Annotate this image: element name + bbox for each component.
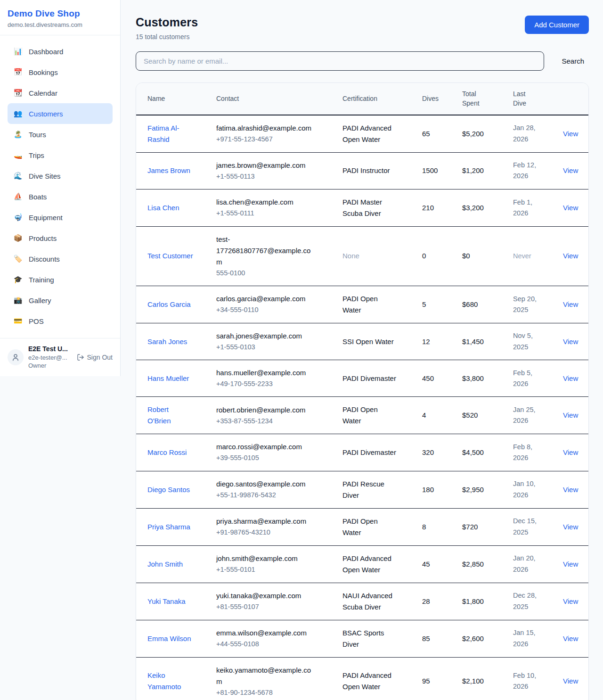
table-row: Priya Sharma priya.sharma@example.com +9…	[136, 508, 589, 545]
view-link[interactable]: View	[563, 252, 578, 260]
sidebar-nav: 📊 Dashboard 📅 Bookings 📆 Calendar 👥 Cust…	[0, 35, 120, 338]
customer-contact: james.brown@example.com +1-555-0113	[211, 152, 337, 189]
customer-email: yuki.tanaka@example.com	[216, 590, 313, 601]
certification-label: PADI Advanced Open Water	[342, 123, 398, 145]
table-body: Fatima Al-Rashid fatima.alrashid@example…	[136, 115, 589, 700]
total-spent: $1,450	[456, 323, 507, 360]
customer-contact: priya.sharma@example.com +91-98765-43210	[211, 508, 337, 545]
certification-label: PADI Advanced Open Water	[342, 670, 398, 692]
view-link[interactable]: View	[563, 300, 578, 308]
view-link[interactable]: View	[563, 597, 578, 605]
sign-out-button[interactable]: Sign Out	[77, 354, 113, 361]
customer-name-link[interactable]: Lisa Chen	[147, 202, 179, 214]
customer-name-link[interactable]: Diego Santos	[147, 484, 190, 495]
customer-name-link[interactable]: Test Customer	[147, 250, 193, 262]
certification-label: BSAC Sports Diver	[342, 627, 398, 650]
customer-name-link[interactable]: Priya Sharma	[147, 521, 190, 533]
sidebar-item-trips[interactable]: 🚤 Trips	[8, 145, 113, 165]
customer-email: fatima.alrashid@example.com	[216, 123, 313, 134]
customer-phone: +44-555-0108	[216, 639, 331, 650]
view-link[interactable]: View	[563, 634, 578, 642]
customers-table: NameContactCertificationDivesTotal Spent…	[136, 83, 589, 700]
sidebar-item-training[interactable]: 🎓 Training	[8, 269, 113, 290]
customer-name-link[interactable]: Marco Rossi	[147, 447, 187, 458]
search-button[interactable]: Search	[557, 53, 589, 69]
customer-name-link[interactable]: James Brown	[147, 165, 190, 176]
total-spent: $3,200	[456, 189, 507, 226]
table-row: Emma Wilson emma.wilson@example.com +44-…	[136, 620, 589, 657]
customer-contact: lisa.chen@example.com +1-555-0111	[211, 189, 337, 226]
sidebar-item-customers[interactable]: 👥 Customers	[8, 103, 113, 124]
sidebar-item-products[interactable]: 📦 Products	[8, 228, 113, 248]
sidebar-item-label: Tours	[29, 131, 46, 139]
view-link[interactable]: View	[563, 166, 578, 174]
shop-name: Demo Dive Shop	[8, 8, 113, 19]
sidebar-item-calendar[interactable]: 📆 Calendar	[8, 82, 113, 103]
sidebar-item-dive-sites[interactable]: 🌊 Dive Sites	[8, 165, 113, 186]
sidebar-item-pos[interactable]: 💳 POS	[8, 311, 113, 331]
total-spent: $2,950	[456, 471, 507, 508]
tear-off-calendar-icon: 📆	[13, 89, 23, 97]
customer-name-link[interactable]: John Smith	[147, 559, 183, 570]
sign-out-icon	[77, 354, 84, 361]
view-link[interactable]: View	[563, 448, 578, 456]
last-dive-date: Jan 28, 2026	[513, 123, 542, 144]
customer-phone: 555-0100	[216, 268, 331, 279]
search-input[interactable]	[136, 51, 544, 71]
customer-email: emma.wilson@example.com	[216, 627, 313, 639]
last-dive-date: Jan 10, 2026	[513, 478, 542, 500]
view-link[interactable]: View	[563, 374, 578, 382]
certification-label: NAUI Advanced Scuba Diver	[342, 590, 398, 613]
customer-name-link[interactable]: Yuki Tanaka	[147, 596, 186, 607]
table-row: James Brown james.brown@example.com +1-5…	[136, 152, 589, 189]
table-row: Keiko Yamamoto keiko.yamamoto@example.co…	[136, 657, 589, 700]
certification-label: PADI Instructor	[342, 165, 390, 176]
sidebar-item-label: Dive Sites	[29, 172, 61, 180]
page-title: Customers	[136, 16, 198, 29]
sidebar-item-discounts[interactable]: 🏷️ Discounts	[8, 248, 113, 269]
column-header: Name	[136, 83, 211, 115]
sign-out-label: Sign Out	[87, 354, 113, 361]
customer-name-link[interactable]: Robert O'Brien	[147, 404, 193, 427]
sidebar-item-equipment[interactable]: 🤿 Equipment	[8, 207, 113, 228]
customer-name-link[interactable]: Carlos Garcia	[147, 299, 191, 310]
page-heading-group: Customers 15 total customers	[136, 16, 198, 41]
sidebar-item-label: Bookings	[29, 68, 58, 76]
view-link[interactable]: View	[563, 486, 578, 494]
calendar-date-icon: 📅	[13, 68, 23, 76]
sidebar-item-label: Training	[29, 276, 54, 284]
customer-contact: test-1772681807767@example.com 555-0100	[211, 226, 337, 286]
view-link[interactable]: View	[563, 523, 578, 531]
view-link[interactable]: View	[563, 560, 578, 568]
sidebar-item-dashboard[interactable]: 📊 Dashboard	[8, 41, 113, 62]
sidebar-item-bookings[interactable]: 📅 Bookings	[8, 62, 113, 82]
add-customer-button[interactable]: Add Customer	[525, 16, 589, 34]
sidebar-footer: E2E Test U... e2e-tester@... Owner Sign …	[0, 338, 120, 376]
view-link[interactable]: View	[563, 677, 578, 685]
sidebar-item-boats[interactable]: ⛵ Boats	[8, 186, 113, 207]
view-link[interactable]: View	[563, 204, 578, 212]
customer-name-link[interactable]: Emma Wilson	[147, 633, 191, 644]
customer-name-link[interactable]: Keiko Yamamoto	[147, 670, 193, 692]
customer-name-link[interactable]: Fatima Al-Rashid	[147, 123, 193, 145]
customer-contact: carlos.garcia@example.com +34-555-0110	[211, 286, 337, 323]
tag-icon: 🏷️	[13, 255, 23, 263]
last-dive-date: Never	[513, 251, 531, 262]
table-row: Yuki Tanaka yuki.tanaka@example.com +81-…	[136, 583, 589, 620]
sidebar-item-gallery[interactable]: 📸 Gallery	[8, 290, 113, 311]
customer-email: keiko.yamamoto@example.com	[216, 665, 313, 687]
view-link[interactable]: View	[563, 130, 578, 138]
last-dive-date: Sep 20, 2025	[513, 294, 542, 315]
customer-name-link[interactable]: Hans Mueller	[147, 373, 189, 384]
certification-label: PADI Open Water	[342, 516, 398, 538]
table-row: Sarah Jones sarah.jones@example.com +1-5…	[136, 323, 589, 360]
table-row: Robert O'Brien robert.obrien@example.com…	[136, 397, 589, 434]
package-icon: 📦	[13, 234, 23, 242]
sidebar-item-tours[interactable]: 🏝️ Tours	[8, 124, 113, 145]
user-avatar-icon	[8, 349, 24, 365]
view-link[interactable]: View	[563, 338, 578, 346]
table-row: Test Customer test-1772681807767@example…	[136, 226, 589, 286]
app-root: { "colors": { "accent": "#2563eb", "acti…	[0, 0, 603, 700]
customer-name-link[interactable]: Sarah Jones	[147, 336, 187, 347]
view-link[interactable]: View	[563, 411, 578, 419]
